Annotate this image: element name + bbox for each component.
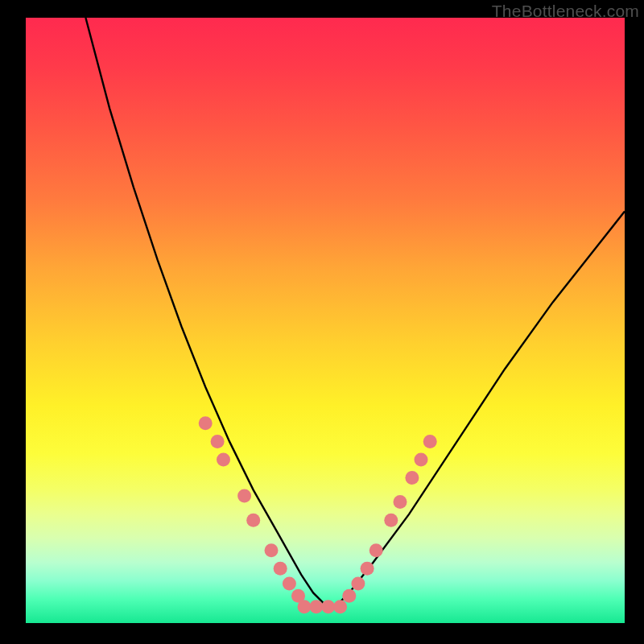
data-marker <box>199 416 213 430</box>
data-marker <box>321 600 335 613</box>
data-marker <box>211 435 225 448</box>
data-marker <box>265 543 279 557</box>
data-marker <box>283 577 296 591</box>
data-marker <box>246 514 260 527</box>
data-marker <box>394 495 407 509</box>
data-marker <box>423 435 437 448</box>
chart-canvas: TheBottleneck.com <box>0 0 644 644</box>
data-marker <box>237 489 251 503</box>
bottleneck-curve <box>85 18 625 605</box>
data-marker <box>333 600 347 613</box>
data-marker <box>298 600 312 613</box>
curve-svg <box>26 18 625 623</box>
data-marker <box>309 600 323 613</box>
data-marker <box>342 589 356 603</box>
data-marker <box>274 562 287 576</box>
data-marker <box>361 562 374 576</box>
data-marker <box>351 577 365 591</box>
plot-area <box>26 18 625 623</box>
data-marker <box>384 514 398 527</box>
data-marker <box>415 453 428 467</box>
data-marker <box>217 453 230 467</box>
data-marker <box>405 471 419 485</box>
marker-group <box>199 416 437 613</box>
watermark-text: TheBottleneck.com <box>492 2 639 21</box>
data-marker <box>369 543 383 557</box>
